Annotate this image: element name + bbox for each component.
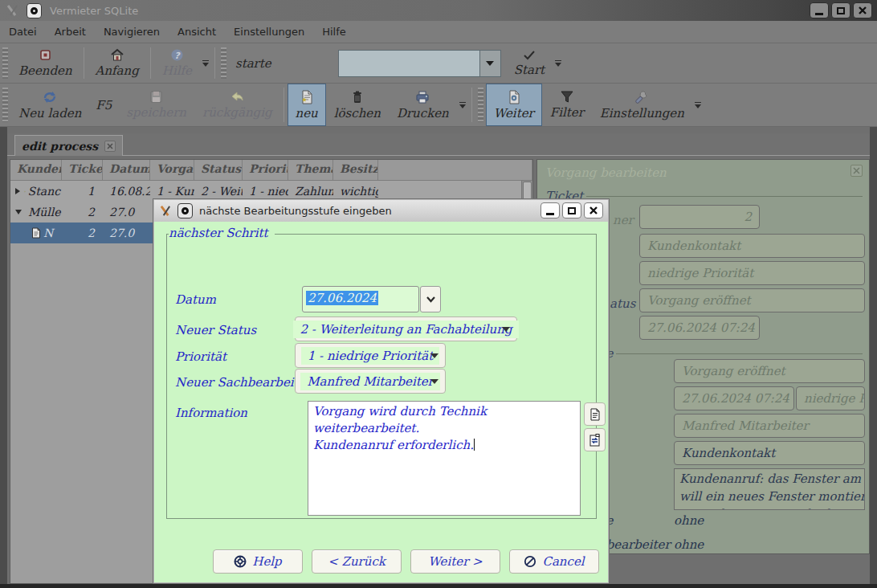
col-datum[interactable]: Datum bbox=[103, 160, 150, 180]
separator bbox=[471, 88, 472, 122]
window-border-right bbox=[870, 127, 877, 584]
hilfe-button[interactable]: ? Hilfe bbox=[154, 43, 200, 83]
separator bbox=[214, 47, 215, 79]
hist-status-field: Vorgang eröffnet bbox=[674, 359, 865, 383]
ende-value: ohne bbox=[674, 513, 704, 528]
col-kundenn[interactable]: Kundenn bbox=[10, 160, 62, 180]
f5-label: F5 bbox=[89, 98, 118, 112]
document-lines-icon bbox=[589, 408, 601, 421]
document-swap-icon bbox=[589, 434, 601, 447]
datum-label: Datum bbox=[175, 292, 216, 307]
information-label: Information bbox=[175, 406, 247, 420]
menu-arbeit[interactable]: Arbeit bbox=[46, 22, 95, 41]
filter-button[interactable]: Filter bbox=[542, 84, 592, 126]
close-button[interactable] bbox=[853, 2, 872, 18]
tab-close-button[interactable] bbox=[104, 141, 116, 152]
screen: Vermieter SQLite Datei Arbeit Navigieren… bbox=[0, 0, 877, 588]
checkmark-icon bbox=[522, 49, 536, 61]
hist-text-field: Kundenanruf: das Fenster am Eing will ei… bbox=[674, 468, 865, 510]
starte-label: starte bbox=[229, 56, 278, 71]
expand-icon[interactable] bbox=[15, 188, 20, 194]
col-ticketn[interactable]: Ticketn bbox=[62, 160, 103, 180]
datum-combobox[interactable]: 27.06.2024 bbox=[302, 286, 441, 312]
col-filler bbox=[378, 160, 532, 180]
menu-datei[interactable]: Datei bbox=[0, 22, 46, 41]
hilfe-dropdown-arrow[interactable] bbox=[202, 60, 210, 67]
prioritaet-field: niedrige Priorität bbox=[639, 261, 865, 285]
toolbar-main: Neu laden F5 speichern rückgängig neu lö… bbox=[0, 84, 877, 127]
zurueck-button[interactable]: < Zurück bbox=[312, 549, 402, 574]
einstellungen-dropdown-arrow[interactable] bbox=[694, 102, 702, 108]
menu-einstellungen[interactable]: Einstellungen bbox=[225, 22, 313, 41]
col-status[interactable]: Status bbox=[194, 160, 243, 180]
menu-navigieren[interactable]: Navigieren bbox=[95, 22, 169, 41]
sachbearbeiter-label: Neuer Sachbearbeiter bbox=[175, 375, 312, 390]
help-button[interactable]: Help bbox=[213, 549, 303, 574]
toolbar-drag-handle[interactable] bbox=[221, 47, 226, 79]
insert-text-button[interactable] bbox=[584, 402, 606, 426]
dialog-maximize-button[interactable] bbox=[562, 202, 581, 218]
information-textarea[interactable]: Vorgang wird durch Technik weiterbearbei… bbox=[308, 401, 581, 516]
neu-laden-button[interactable]: Neu laden bbox=[10, 84, 89, 126]
neu-button[interactable]: neu bbox=[288, 84, 326, 126]
col-besitzer[interactable]: Besitzer bbox=[333, 160, 378, 180]
cancel-button[interactable]: Cancel bbox=[509, 549, 599, 574]
nummer-label: ner bbox=[613, 213, 634, 227]
separator bbox=[150, 47, 151, 79]
weiter-button[interactable]: Weiter bbox=[486, 84, 542, 126]
naechster-schritt-group: nächster Schritt Datum 27.06.2024 Neuer … bbox=[166, 234, 597, 519]
speichern-button[interactable]: speichern bbox=[118, 84, 194, 126]
datum-selected-text: 27.06.2024 bbox=[306, 291, 378, 305]
neuer-status-dropdown[interactable]: 2 - Weiterleitung an Fachabteilung bbox=[295, 316, 517, 341]
dialog-title: nächste Bearbeitungsstufe eingeben bbox=[199, 205, 392, 217]
new-document-icon bbox=[300, 90, 313, 104]
start-button[interactable]: Start bbox=[506, 43, 553, 83]
toolbar-drag-handle[interactable] bbox=[2, 88, 8, 122]
app-icon[interactable] bbox=[27, 3, 42, 18]
prioritaet-dropdown[interactable]: 1 - niedrige Priorität bbox=[295, 343, 446, 368]
sachbearbeiter-dropdown[interactable]: Manfred Mitarbeiter bbox=[295, 369, 446, 394]
help-icon: ? bbox=[170, 48, 184, 62]
datum-input[interactable]: 27.06.2024 bbox=[302, 286, 419, 312]
toolbar-drag-handle[interactable] bbox=[2, 47, 8, 79]
table-header: Kundenn Ticketn Datum Vorgang Status Pri… bbox=[10, 160, 532, 181]
starte-combobox[interactable] bbox=[338, 50, 501, 77]
start-dropdown-arrow[interactable] bbox=[554, 60, 562, 67]
drucken-button[interactable]: Drucken bbox=[389, 84, 457, 126]
panel-title: Vorgang bearbeiten bbox=[545, 165, 667, 180]
panel-close-button[interactable] bbox=[850, 165, 863, 177]
weiter-next-button[interactable]: Weiter > bbox=[410, 549, 500, 574]
maximize-button[interactable] bbox=[831, 2, 850, 18]
collapse-icon[interactable] bbox=[15, 210, 22, 214]
dialog-close-button[interactable] bbox=[584, 202, 603, 218]
starte-combo-field[interactable] bbox=[338, 50, 479, 77]
swap-text-button[interactable] bbox=[584, 428, 606, 451]
rueckgaengig-button[interactable]: rückgängig bbox=[194, 84, 280, 126]
tab-edit-process[interactable]: edit process bbox=[14, 135, 123, 156]
starte-combo-arrow[interactable] bbox=[479, 50, 501, 77]
wrench-icon bbox=[634, 90, 649, 104]
dialog-minimize-button[interactable] bbox=[540, 202, 560, 218]
menu-hilfe[interactable]: Hilfe bbox=[313, 22, 355, 41]
col-thema[interactable]: Thema bbox=[288, 160, 333, 180]
x11-logo-icon bbox=[6, 4, 19, 17]
dialog-app-icon[interactable] bbox=[177, 203, 193, 218]
text-caret bbox=[474, 439, 475, 451]
datum-dropdown-button[interactable] bbox=[420, 286, 441, 312]
close-icon bbox=[858, 6, 867, 15]
hist-prio-field: niedrige Pri bbox=[796, 386, 865, 410]
toolbar-drag-handle[interactable] bbox=[478, 88, 483, 122]
beenden-button[interactable]: Beenden bbox=[10, 43, 80, 83]
lifebuoy-icon bbox=[234, 555, 247, 568]
drucken-dropdown-arrow[interactable] bbox=[459, 102, 467, 108]
funnel-icon bbox=[560, 90, 574, 104]
loeschen-button[interactable]: löschen bbox=[326, 84, 389, 126]
anfang-button[interactable]: Anfang bbox=[88, 43, 147, 83]
menubar: Datei Arbeit Navigieren Ansicht Einstell… bbox=[0, 21, 877, 43]
col-prioritaet[interactable]: Priorität bbox=[243, 160, 288, 180]
undo-icon bbox=[229, 90, 245, 104]
menu-ansicht[interactable]: Ansicht bbox=[169, 22, 225, 41]
col-vorgang[interactable]: Vorgang bbox=[150, 160, 194, 180]
minimize-button[interactable] bbox=[810, 2, 829, 18]
einstellungen-button[interactable]: Einstellungen bbox=[592, 84, 692, 126]
